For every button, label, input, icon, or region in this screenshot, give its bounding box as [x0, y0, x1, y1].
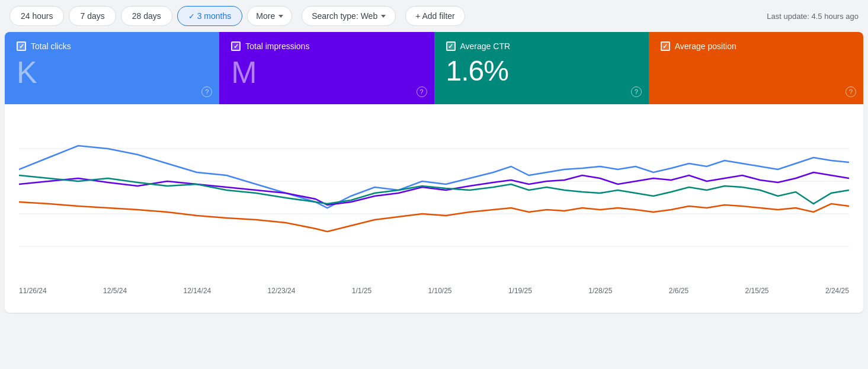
- average-ctr-value: 1.6%: [446, 57, 637, 85]
- x-axis-labels: 11/26/24 12/5/24 12/14/24 12/23/24 1/1/2…: [19, 282, 849, 295]
- total-clicks-help-icon[interactable]: ?: [201, 86, 212, 97]
- 28days-button[interactable]: 28 days: [121, 6, 172, 26]
- average-position-checkbox: [661, 41, 670, 51]
- chart-container: [19, 116, 849, 282]
- x-label-5: 1/10/25: [428, 287, 451, 295]
- x-label-4: 1/1/25: [352, 287, 371, 295]
- chart-area: 11/26/24 12/5/24 12/14/24 12/23/24 1/1/2…: [5, 104, 863, 313]
- chevron-down-icon: [278, 15, 283, 18]
- average-position-label: Average position: [661, 41, 851, 51]
- 3months-button[interactable]: ✓ 3 months: [177, 6, 242, 26]
- total-clicks-checkbox: [17, 41, 26, 51]
- total-clicks-label: Total clicks: [17, 41, 207, 51]
- total-impressions-value: M: [231, 57, 422, 88]
- add-filter-button[interactable]: + Add filter: [405, 6, 465, 26]
- 7days-button[interactable]: 7 days: [69, 6, 116, 26]
- total-impressions-label: Total impressions: [231, 41, 422, 51]
- x-label-3: 12/23/24: [268, 287, 296, 295]
- x-label-7: 1/28/25: [588, 287, 612, 295]
- x-label-0: 11/26/24: [19, 287, 47, 295]
- main-content: Total clicks K ? Total impressions M ? A…: [5, 32, 863, 313]
- total-clicks-value: K: [17, 57, 207, 88]
- average-position-help-icon[interactable]: ?: [845, 86, 856, 97]
- average-position-card[interactable]: Average position ?: [649, 32, 863, 104]
- x-label-2: 12/14/24: [184, 287, 212, 295]
- average-ctr-help-icon[interactable]: ?: [631, 86, 642, 97]
- x-label-6: 1/19/25: [508, 287, 532, 295]
- 24h-button[interactable]: 24 hours: [9, 6, 64, 26]
- total-impressions-card[interactable]: Total impressions M ?: [219, 32, 434, 104]
- line-chart: [19, 116, 849, 282]
- search-type-button[interactable]: Search type: Web: [302, 6, 396, 26]
- x-label-10: 2/24/25: [825, 287, 849, 295]
- x-label-9: 2/15/25: [745, 287, 768, 295]
- average-ctr-label: Average CTR: [446, 41, 637, 51]
- top-bar: 24 hours 7 days 28 days ✓ 3 months More …: [0, 0, 868, 32]
- more-button[interactable]: More: [247, 6, 292, 26]
- total-impressions-help-icon[interactable]: ?: [417, 86, 427, 97]
- last-update-text: Last update: 4.5 hours ago: [767, 12, 859, 21]
- average-ctr-card[interactable]: Average CTR 1.6% ?: [434, 32, 649, 104]
- total-clicks-card[interactable]: Total clicks K ?: [5, 32, 219, 104]
- average-ctr-checkbox: [446, 41, 456, 51]
- x-label-1: 12/5/24: [103, 287, 127, 295]
- total-impressions-checkbox: [231, 41, 241, 51]
- x-label-8: 2/6/25: [669, 287, 688, 295]
- metrics-row: Total clicks K ? Total impressions M ? A…: [5, 32, 863, 104]
- checkmark-icon: ✓: [188, 12, 195, 21]
- chevron-down-icon: [381, 15, 386, 18]
